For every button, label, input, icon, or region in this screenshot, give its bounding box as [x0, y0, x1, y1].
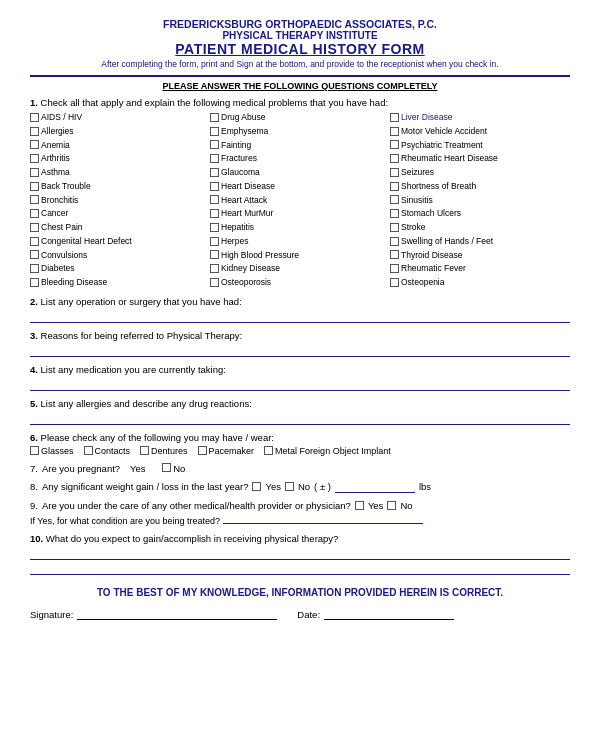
- cb-liver: Liver Disease: [390, 111, 570, 124]
- cb-osteoporosis-box[interactable]: [210, 278, 219, 287]
- cb-sinusitis-box[interactable]: [390, 195, 399, 204]
- cb-q8-no-box[interactable]: [285, 482, 294, 491]
- cb-dentures-box[interactable]: [140, 446, 149, 455]
- cb-convulsions: Convulsions: [30, 249, 210, 262]
- cb-swelling: Swelling of Hands / Feet: [390, 235, 570, 248]
- cb-sob-box[interactable]: [390, 182, 399, 191]
- q3-answer-line[interactable]: [30, 344, 570, 357]
- cb-asthma-label: Asthma: [41, 166, 70, 179]
- cb-q7-no-box[interactable]: [162, 463, 171, 472]
- cb-liver-box[interactable]: [390, 113, 399, 122]
- signature-row: Signature: Date:: [30, 606, 570, 620]
- cb-fractures-box[interactable]: [210, 154, 219, 163]
- cb-pacemaker-box[interactable]: [198, 446, 207, 455]
- q9-condition-field[interactable]: [223, 512, 423, 524]
- cb-arthritis-box[interactable]: [30, 154, 39, 163]
- cb-high-bp: High Blood Pressure: [210, 249, 390, 262]
- cb-metal-implant-box[interactable]: [264, 446, 273, 455]
- q9-text: Are you under the care of any other medi…: [42, 500, 351, 511]
- cb-fainting-label: Fainting: [221, 139, 251, 152]
- cb-back-trouble-box[interactable]: [30, 182, 39, 191]
- cb-anemia-box[interactable]: [30, 140, 39, 149]
- cb-rheumatic-heart-box[interactable]: [390, 154, 399, 163]
- cb-congenital-box[interactable]: [30, 237, 39, 246]
- q9-yes-label: Yes: [368, 500, 384, 511]
- cb-allergies-box[interactable]: [30, 127, 39, 136]
- cb-cancer-box[interactable]: [30, 209, 39, 218]
- cb-heart-disease: Heart Disease: [210, 180, 390, 193]
- cb-stomach-ulcers-box[interactable]: [390, 209, 399, 218]
- cb-rheumatic-fever-box[interactable]: [390, 264, 399, 273]
- cb-thyroid-box[interactable]: [390, 250, 399, 259]
- cb-kidney: Kidney Disease: [210, 262, 390, 275]
- cb-convulsions-box[interactable]: [30, 250, 39, 259]
- cb-diabetes-box[interactable]: [30, 264, 39, 273]
- cb-high-bp-box[interactable]: [210, 250, 219, 259]
- q1-checkbox-grid: AIDS / HIV Allergies Anemia Arthritis As…: [30, 111, 570, 289]
- cb-arthritis: Arthritis: [30, 152, 210, 165]
- cb-heart-murmur-box[interactable]: [210, 209, 219, 218]
- cb-diabetes: Diabetes: [30, 262, 210, 275]
- cb-aids-box[interactable]: [30, 113, 39, 122]
- cb-glasses-box[interactable]: [30, 446, 39, 455]
- cb-dentures: Dentures: [140, 446, 188, 456]
- cb-asthma-box[interactable]: [30, 168, 39, 177]
- cb-fractures: Fractures: [210, 152, 390, 165]
- cb-allergies: Allergies: [30, 125, 210, 138]
- cb-hepatitis-box[interactable]: [210, 223, 219, 232]
- cb-stroke-box[interactable]: [390, 223, 399, 232]
- q10-answer-line-2[interactable]: [30, 562, 570, 575]
- cb-sob-label: Shortness of Breath: [401, 180, 476, 193]
- signature-line[interactable]: [77, 606, 277, 620]
- cb-hepatitis-label: Hepatitis: [221, 221, 254, 234]
- cb-bleeding-box[interactable]: [30, 278, 39, 287]
- cb-contacts-box[interactable]: [84, 446, 93, 455]
- q10-answer-line-1[interactable]: [30, 547, 570, 560]
- cb-osteoporosis: Osteoporosis: [210, 276, 390, 289]
- cb-glaucoma-box[interactable]: [210, 168, 219, 177]
- cb-q9-no-box[interactable]: [387, 501, 396, 510]
- q6-text: Please check any of the following you ma…: [41, 432, 274, 443]
- q8-weight-field[interactable]: [335, 481, 415, 493]
- cb-emphysema-box[interactable]: [210, 127, 219, 136]
- date-line[interactable]: [324, 606, 454, 620]
- cb-bleeding-label: Bleeding Disease: [41, 276, 107, 289]
- cb-stomach-ulcers-label: Stomach Ulcers: [401, 207, 461, 220]
- q2-answer-line[interactable]: [30, 310, 570, 323]
- cb-fractures-label: Fractures: [221, 152, 257, 165]
- cb-heart-attack: Heart Attack: [210, 194, 390, 207]
- cb-chest-pain-box[interactable]: [30, 223, 39, 232]
- cb-seizures-box[interactable]: [390, 168, 399, 177]
- date-label: Date:: [297, 609, 320, 620]
- q1-col2: Drug Abuse Emphysema Fainting Fractures …: [210, 111, 390, 289]
- question-10: 10. What do you expect to gain/accomplis…: [30, 533, 570, 575]
- cb-contacts-label: Contacts: [95, 446, 131, 456]
- q4-answer-line[interactable]: [30, 378, 570, 391]
- cb-psych: Psychiatric Treatment: [390, 139, 570, 152]
- cb-kidney-box[interactable]: [210, 264, 219, 273]
- q8-no-label: No: [298, 481, 310, 492]
- q5-answer-line[interactable]: [30, 412, 570, 425]
- q5-text: List any allergies and describe any drug…: [41, 398, 252, 409]
- cb-mva-box[interactable]: [390, 127, 399, 136]
- q9-row: 9. Are you under the care of any other m…: [30, 500, 570, 511]
- cb-q8-yes-box[interactable]: [252, 482, 261, 491]
- cb-bronchitis-box[interactable]: [30, 195, 39, 204]
- q6-label: 6. Please check any of the following you…: [30, 432, 570, 443]
- cb-psych-box[interactable]: [390, 140, 399, 149]
- cb-swelling-box[interactable]: [390, 237, 399, 246]
- cb-heart-attack-box[interactable]: [210, 195, 219, 204]
- q1-col1: AIDS / HIV Allergies Anemia Arthritis As…: [30, 111, 210, 289]
- cb-aids-label: AIDS / HIV: [41, 111, 82, 124]
- cb-glasses: Glasses: [30, 446, 74, 456]
- cb-q9-yes-box[interactable]: [355, 501, 364, 510]
- q3-num: 3.: [30, 330, 38, 341]
- cb-drug-abuse-box[interactable]: [210, 113, 219, 122]
- cb-herpes-box[interactable]: [210, 237, 219, 246]
- q4-num: 4.: [30, 364, 38, 375]
- cb-metal-implant-label: Metal Foreign Object Implant: [275, 446, 391, 456]
- cb-aids: AIDS / HIV: [30, 111, 210, 124]
- cb-osteopenia-box[interactable]: [390, 278, 399, 287]
- cb-heart-disease-box[interactable]: [210, 182, 219, 191]
- cb-fainting-box[interactable]: [210, 140, 219, 149]
